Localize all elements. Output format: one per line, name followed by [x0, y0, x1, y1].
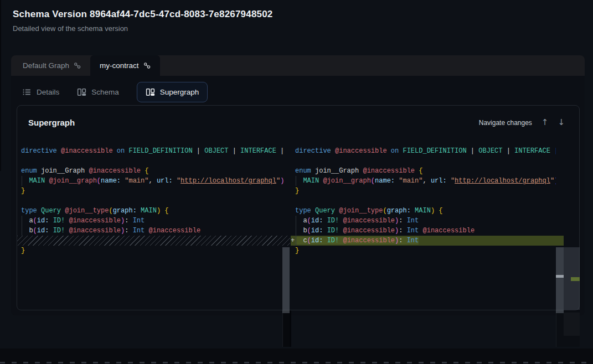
- code-line: a(id: ID! @inaccessible): Int: [17, 216, 290, 226]
- subtab-label: Supergraph: [160, 88, 199, 96]
- navigate-changes-label: Navigate changes: [479, 119, 532, 127]
- subtab-schema[interactable]: Schema: [77, 87, 119, 97]
- diff-placeholder-line: [17, 236, 290, 246]
- page-title: Schema Version 8964af44-7dc5-47cd-8083-7…: [13, 9, 273, 20]
- panel-header: Supergraph Navigate changes ↑ ↓: [17, 106, 579, 127]
- overview-ruler-change-marker: [556, 275, 564, 278]
- code-line: b(id: ID! @inaccessible): Int @inaccessi…: [17, 226, 290, 236]
- code-line: [17, 196, 290, 206]
- tab-my-contract[interactable]: my-contract: [90, 55, 160, 76]
- subtab-details[interactable]: Details: [22, 87, 59, 97]
- list-icon: [22, 87, 32, 97]
- navigate-changes: Navigate changes ↑ ↓: [479, 118, 565, 127]
- panel-title: Supergraph: [28, 118, 75, 127]
- diff-added-line-extension: [556, 236, 564, 246]
- code-line: b(id: ID! @inaccessible): Int @inaccessi…: [291, 226, 556, 236]
- code-line: MAIN @join__graph(name: "main", url: "ht…: [17, 176, 290, 186]
- page-subtitle: Detailed view of the schema version: [13, 24, 273, 33]
- subtab-label: Schema: [91, 88, 119, 96]
- subtab-label: Details: [37, 88, 59, 96]
- editor-overflow-shadow: [290, 310, 291, 347]
- code-line: directive @inaccessible on FIELD_DEFINIT…: [291, 146, 556, 156]
- left-scrollbar-thumb[interactable]: [282, 247, 290, 313]
- columns-icon: [77, 87, 86, 97]
- code-line: enum join__Graph @inaccessible {: [17, 166, 290, 176]
- view-subtabs: Details Schema: [11, 76, 208, 108]
- tab-label: Default Graph: [23, 61, 69, 70]
- code-line: type Query @join__type(graph: MAIN) {: [291, 206, 556, 216]
- code-line: }: [17, 186, 290, 196]
- code-line: [291, 196, 556, 206]
- code-line: enum join__Graph @inaccessible {: [291, 166, 556, 176]
- code-line: [17, 156, 290, 166]
- code-line: directive @inaccessible on FIELD_DEFINIT…: [17, 146, 290, 156]
- diff-added-line: + c(id: ID! @inaccessible): Int: [291, 236, 556, 246]
- columns-icon: [146, 87, 155, 97]
- right-scrollbar-thumb[interactable]: [556, 247, 564, 313]
- diff-plus-marker: +: [291, 236, 295, 246]
- editor-overflow-column: [283, 310, 290, 347]
- page-header: Schema Version 8964af44-7dc5-47cd-8083-7…: [13, 9, 273, 33]
- arrow-up-icon: ↑: [542, 117, 549, 127]
- code-line: type Query @join__type(graph: MAIN) {: [17, 206, 290, 216]
- arrow-down-icon: ↓: [558, 117, 565, 127]
- tab-label: my-contract: [100, 61, 139, 70]
- minimap-overflow: [564, 313, 580, 336]
- code-line: }: [291, 186, 556, 196]
- code-line: }: [17, 246, 290, 256]
- diff-modified-pane[interactable]: directive @inaccessible on FIELD_DEFINIT…: [291, 139, 556, 310]
- code-line: MAIN @join__graph(name: "main", url: "ht…: [291, 176, 556, 186]
- schema-version-page: Schema Version 8964af44-7dc5-47cd-8083-7…: [0, 0, 593, 364]
- bottom-dashed-edge: [0, 362, 593, 363]
- graph-tabstrip: Default Graph my-contract: [11, 55, 585, 76]
- diff-sash[interactable]: [0, 0, 1, 171]
- minimap-added-marker: [571, 277, 580, 281]
- code-line: a(id: ID! @inaccessible): Int: [291, 216, 556, 226]
- code-line: [291, 156, 556, 166]
- subtab-supergraph[interactable]: Supergraph: [137, 82, 208, 102]
- diff-original-pane[interactable]: directive @inaccessible on FIELD_DEFINIT…: [17, 139, 290, 310]
- navigate-next-button[interactable]: ↓: [558, 118, 565, 127]
- navigate-previous-button[interactable]: ↑: [542, 118, 549, 127]
- graph-nodes-icon: [74, 62, 81, 69]
- graph-nodes-icon: [143, 62, 151, 69]
- tab-default-graph[interactable]: Default Graph: [13, 55, 90, 76]
- code-line: }: [291, 246, 556, 256]
